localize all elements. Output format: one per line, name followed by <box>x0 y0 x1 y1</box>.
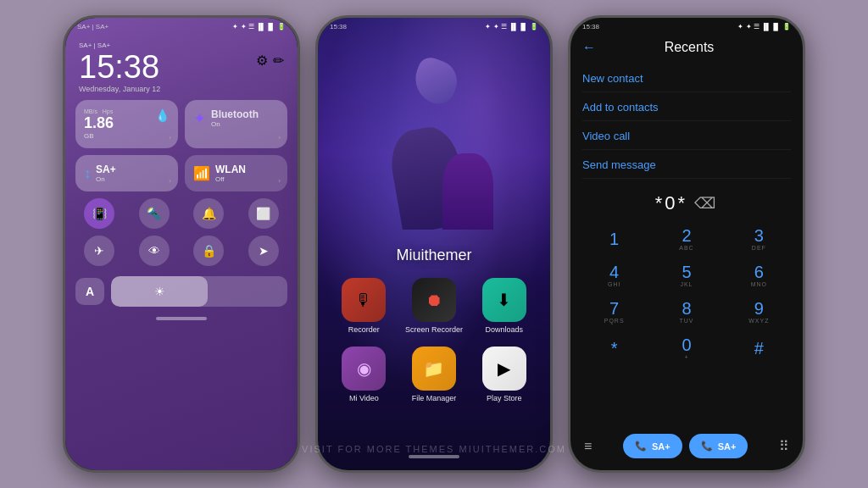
delete-button[interactable]: ⌫ <box>694 194 718 213</box>
sa-label-top: SA+ | SA+ <box>79 42 284 49</box>
brightness-slider[interactable]: ☀ <box>111 276 287 307</box>
numpad: 1 2ABC 3DEF 4GHI 5JKL 6MNO 7PQRS 8TUV 9W… <box>570 221 803 365</box>
brightness-icon: ☀ <box>154 285 165 298</box>
status-icons-3: ✦ ✦ ☰ ▐▌▐▌ 🔋 <box>737 23 791 30</box>
font-button[interactable]: A <box>75 278 104 305</box>
app-downloads[interactable]: ⬇ Downloads <box>475 278 533 335</box>
top-tiles: 💧 MB/s Hps 1.86 GB › ✦ Bluetooth On <box>75 100 287 148</box>
menu-add-contacts[interactable]: Add to contacts <box>582 94 791 121</box>
notification-btn[interactable]: 🔔 <box>193 198 224 229</box>
call-sa1-button[interactable]: 📞 SA+ <box>623 434 682 458</box>
phone1-content: SA+ | SA+ 15:38 Wednesday, January 12 ⚙ … <box>65 18 298 470</box>
bottom-bar: A ☀ <box>75 276 287 307</box>
home-content: Miuithemer 🎙 Recorder ⏺ Screen Recorder <box>318 18 550 403</box>
screen-record-btn[interactable]: ⬜ <box>248 198 279 229</box>
phone-2: 15:38 ✦ ✦ ☰ ▐▌▐▌ 🔋 Miuithemer 🎙 Re <box>315 15 553 473</box>
num-6[interactable]: 6MNO <box>724 258 794 292</box>
airplane-btn[interactable]: ✈ <box>84 236 114 266</box>
status-icons-1: ✦ ✦ ☰ ▐▌▐▌ 🔋 <box>232 23 286 30</box>
screen-recorder-label: Screen Recorder <box>405 325 463 335</box>
app-play-store[interactable]: ▶ Play Store <box>475 347 533 403</box>
num-3[interactable]: 3DEF <box>724 221 794 256</box>
num-9[interactable]: 9WXYZ <box>724 294 794 329</box>
bluetooth-tile[interactable]: ✦ Bluetooth On › <box>185 100 287 148</box>
menu-new-contact[interactable]: New contact <box>582 65 791 92</box>
sa-arrow: › <box>169 177 171 185</box>
menu-icon[interactable]: ≡ <box>584 439 592 454</box>
dialer-menu: New contact Add to contacts Video call S… <box>570 62 803 182</box>
num-hash[interactable]: # <box>724 330 794 365</box>
num-star[interactable]: * <box>579 330 649 365</box>
app-recorder[interactable]: 🎙 Recorder <box>335 278 393 335</box>
recorder-icon: 🎙 <box>342 278 386 322</box>
mi-video-label: Mi Video <box>349 394 379 403</box>
num-5[interactable]: 5JKL <box>651 258 721 292</box>
file-manager-label: File Manager <box>412 394 457 403</box>
app-file-manager[interactable]: 📁 File Manager <box>405 347 464 403</box>
recorder-label: Recorder <box>348 325 380 335</box>
wlan-tile[interactable]: 📶 WLAN Off › <box>185 155 287 191</box>
num-4[interactable]: 4GHI <box>579 258 649 292</box>
data-arrow: › <box>169 134 171 141</box>
clock-time: 15:38 <box>79 51 160 83</box>
mid-tiles: ↕ SA+ On › 📶 WLAN <box>75 155 287 191</box>
play-store-icon: ▶ <box>482 347 526 391</box>
call-buttons: 📞 SA+ 📞 SA+ <box>623 434 748 458</box>
call-sa1-label: SA+ <box>652 441 670 452</box>
phone3-bg: 15:38 ✦ ✦ ☰ ▐▌▐▌ 🔋 ← Recents New contact… <box>570 18 803 470</box>
dialpad-icon[interactable]: ⠿ <box>779 438 789 454</box>
settings-icon[interactable]: ⚙ <box>256 53 268 69</box>
wlan-name: WLAN <box>215 164 246 175</box>
data-tile[interactable]: 💧 MB/s Hps 1.86 GB › <box>75 100 178 148</box>
app-grid: 🎙 Recorder ⏺ Screen Recorder ⬇ <box>318 278 550 403</box>
call-sa2-button[interactable]: 📞 SA+ <box>689 434 748 458</box>
phone2-bg: 15:38 ✦ ✦ ☰ ▐▌▐▌ 🔋 Miuithemer 🎙 Re <box>318 18 550 470</box>
vibrate-btn[interactable]: 📳 <box>84 198 114 229</box>
downloads-icon: ⬇ <box>482 278 526 322</box>
wifi-icon: 📶 <box>193 165 210 181</box>
num-1[interactable]: 1 <box>579 221 649 256</box>
downloads-label: Downloads <box>485 325 523 335</box>
menu-send-message[interactable]: Send message <box>582 152 791 179</box>
phone-1: SA+ | SA+ ✦ ✦ ☰ ▐▌▐▌ 🔋 SA+ | SA+ 15:38 W… <box>63 15 300 473</box>
app-mi-video[interactable]: ◉ Mi Video <box>335 347 393 403</box>
app-screen-recorder[interactable]: ⏺ Screen Recorder <box>405 278 464 335</box>
num-2[interactable]: 2ABC <box>651 221 721 256</box>
sa-tile[interactable]: ↕ SA+ On › <box>75 155 178 191</box>
num-8[interactable]: 8TUV <box>651 294 721 329</box>
home-indicator-2[interactable] <box>409 455 459 458</box>
num-0[interactable]: 0+ <box>651 330 721 365</box>
app-folder-title: Miuithemer <box>318 247 550 264</box>
data-unit: GB <box>84 132 170 140</box>
call-icon-2: 📞 <box>701 441 713 452</box>
sa-status: On <box>96 175 116 183</box>
location-btn[interactable]: ➤ <box>248 236 279 266</box>
back-button[interactable]: ← <box>582 40 596 55</box>
menu-video-call[interactable]: Video call <box>582 123 791 150</box>
bluetooth-icon: ✦ <box>193 109 206 128</box>
status-bar-3: 15:38 ✦ ✦ ☰ ▐▌▐▌ 🔋 <box>570 18 803 32</box>
lock-btn[interactable]: 🔒 <box>193 236 224 266</box>
status-left-1: SA+ | SA+ <box>77 23 108 30</box>
phone1-bg: SA+ | SA+ ✦ ✦ ☰ ▐▌▐▌ 🔋 SA+ | SA+ 15:38 W… <box>65 18 298 470</box>
dialer-display: *0* ⌫ <box>570 182 803 221</box>
status-bar-1: SA+ | SA+ ✦ ✦ ☰ ▐▌▐▌ 🔋 <box>65 18 298 32</box>
dialer-bottom: ≡ 📞 SA+ 📞 SA+ ⠿ <box>570 427 803 463</box>
num-7[interactable]: 7PQRS <box>579 294 649 329</box>
phone1-screen: SA+ | SA+ ✦ ✦ ☰ ▐▌▐▌ 🔋 SA+ | SA+ 15:38 W… <box>65 18 298 470</box>
status-icons-2: ✦ ✦ ☰ ▐▌▐▌ 🔋 <box>485 23 538 30</box>
brightness-fill: ☀ <box>111 276 208 307</box>
clock-date: Wednesday, January 12 <box>79 85 160 93</box>
bt-content: ✦ Bluetooth On <box>193 108 279 128</box>
call-icon-1: 📞 <box>635 441 647 452</box>
play-store-label: Play Store <box>487 394 522 403</box>
mi-video-icon: ◉ <box>342 347 386 391</box>
phone2-screen: 15:38 ✦ ✦ ☰ ▐▌▐▌ 🔋 Miuithemer 🎙 Re <box>318 18 550 470</box>
home-indicator-1[interactable] <box>156 317 207 320</box>
data-icon: 💧 <box>155 108 170 122</box>
clock-area: SA+ | SA+ 15:38 Wednesday, January 12 ⚙ … <box>75 42 287 93</box>
edit-icon[interactable]: ✏ <box>273 53 284 69</box>
flashlight-btn[interactable]: 🔦 <box>139 198 170 229</box>
eye-btn[interactable]: 👁 <box>139 236 170 266</box>
icon-row-2: ✈ 👁 🔒 ➤ <box>75 236 287 266</box>
